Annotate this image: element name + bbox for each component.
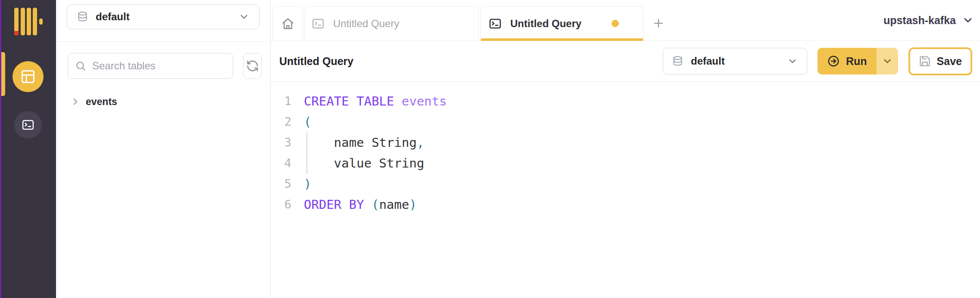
save-button[interactable]: Save [908, 47, 972, 75]
workspace-selector[interactable]: upstash-kafka [883, 14, 980, 27]
unsaved-indicator-dot [612, 20, 619, 27]
line-number: 4 [271, 153, 291, 174]
sidebar-item-terminal[interactable] [14, 111, 42, 139]
home-icon [281, 17, 294, 30]
terminal-square-icon [489, 17, 502, 30]
chevron-down-icon [962, 14, 974, 26]
run-button-label: Run [846, 55, 867, 68]
tree-item-events[interactable]: events [56, 93, 270, 110]
code-line[interactable]: 3 name String, [271, 132, 980, 153]
panel-divider [56, 41, 270, 42]
panels-top-left-icon [20, 69, 36, 84]
search-tables-box [68, 53, 233, 79]
active-nav-indicator [1, 52, 5, 96]
save-button-label: Save [937, 55, 962, 68]
code-text: value String [304, 153, 424, 174]
code-text: ( [304, 112, 311, 132]
plus-icon [652, 17, 665, 30]
query-database-selector[interactable]: default [663, 48, 807, 74]
chevron-right-icon [70, 96, 81, 107]
code-text: CREATE TABLE events [304, 91, 447, 112]
chevron-down-icon [238, 11, 250, 22]
line-number: 1 [271, 91, 291, 112]
terminal-square-icon [312, 17, 325, 30]
chevron-down-icon [787, 56, 798, 67]
code-line[interactable]: 5) [271, 174, 980, 194]
query-title: Untitled Query [279, 55, 353, 68]
tab-untitled-query-2[interactable]: Untitled Query [481, 6, 643, 40]
refresh-tables-button[interactable] [243, 53, 262, 79]
tab-untitled-query-1[interactable]: Untitled Query [305, 6, 479, 40]
tree-item-label: events [86, 96, 117, 108]
tab-home[interactable] [272, 6, 303, 40]
tables-panel: default events [56, 0, 271, 298]
run-button[interactable]: Run [818, 48, 877, 74]
sidebar-item-tables[interactable] [12, 61, 44, 92]
search-icon [75, 60, 86, 71]
database-selector-value: default [96, 11, 130, 23]
main-area: Untitled Query Untitled Query upstash-ka… [271, 0, 980, 298]
sql-editor[interactable]: 1CREATE TABLE events2(3 name String,4 va… [271, 82, 980, 298]
code-text: ORDER BY (name) [304, 194, 417, 215]
clickhouse-logo-icon[interactable] [14, 8, 43, 35]
header-controls: default Run [663, 47, 972, 75]
new-tab-button[interactable] [652, 17, 665, 30]
code-line[interactable]: 6ORDER BY (name) [271, 194, 980, 215]
arrow-right-circle-icon [827, 55, 840, 68]
line-number: 2 [271, 112, 291, 132]
rail-accent-strip [0, 0, 1, 298]
search-tables-input[interactable] [92, 60, 226, 72]
run-button-group: Run [818, 48, 898, 74]
code-line[interactable]: 2( [271, 112, 980, 132]
search-row [68, 53, 262, 79]
app-window: default events [0, 0, 980, 298]
database-icon [672, 56, 684, 67]
query-database-value: default [691, 55, 725, 67]
tab-bar: Untitled Query Untitled Query upstash-ka… [271, 0, 980, 41]
terminal-square-icon [22, 118, 34, 131]
code-text: name String, [304, 132, 424, 153]
tab-label: Untitled Query [333, 18, 399, 30]
indent-guide [306, 132, 307, 174]
code-lines: 1CREATE TABLE events2(3 name String,4 va… [271, 91, 980, 215]
chevron-down-icon [882, 56, 893, 67]
database-icon [77, 11, 88, 23]
database-selector[interactable]: default [67, 4, 259, 29]
refresh-icon [246, 59, 259, 72]
line-number: 6 [271, 194, 291, 215]
run-options-button[interactable] [877, 48, 898, 74]
tab-label: Untitled Query [510, 18, 581, 30]
save-floppy-icon [919, 55, 931, 67]
line-number: 5 [271, 174, 291, 194]
code-text: ) [304, 174, 311, 194]
code-line[interactable]: 1CREATE TABLE events [271, 91, 980, 112]
nav-rail [0, 0, 56, 298]
line-number: 3 [271, 132, 291, 153]
workspace-name: upstash-kafka [883, 14, 956, 27]
query-header: Untitled Query default [271, 41, 980, 82]
code-line[interactable]: 4 value String [271, 153, 980, 174]
